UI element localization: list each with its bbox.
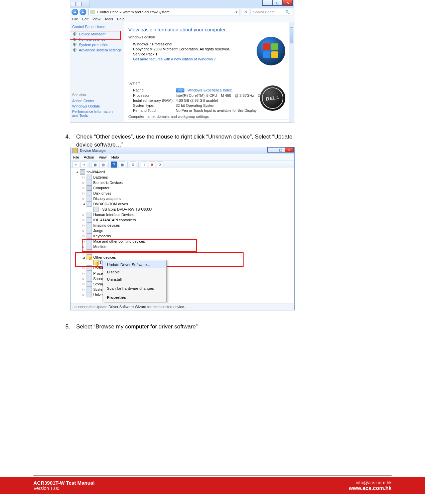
tree-item[interactable]: Mice and other pointing devices <box>93 239 145 243</box>
close-button[interactable]: ✕ <box>282 0 293 6</box>
disk-icon <box>87 191 92 196</box>
menu-action[interactable]: Action <box>84 155 94 159</box>
toolbar-update-icon[interactable]: ⬆ <box>141 161 147 168</box>
cp-icon <box>91 10 95 14</box>
ctx-scan-hardware[interactable]: Scan for hardware changes <box>103 285 166 292</box>
see-also-action-center[interactable]: Action Center <box>72 99 95 103</box>
sidebar-item-system-protection[interactable]: System protection <box>72 42 126 47</box>
menu-view[interactable]: View <box>99 155 107 159</box>
nav-forward-button[interactable]: ► <box>80 9 86 15</box>
tree-item[interactable]: Batteries <box>93 175 108 179</box>
status-text: Launches the Update Driver Software Wiza… <box>73 305 185 309</box>
section-system: System <box>128 81 289 86</box>
scrollbar-thumb[interactable] <box>290 27 293 43</box>
tree-item[interactable]: IDE ATA/ATAPI controllers <box>93 218 136 222</box>
see-also-performance[interactable]: Performance Information and Tools <box>72 109 119 117</box>
sidebar-item-remote-settings[interactable]: Remote settings <box>72 37 126 42</box>
system-info-pane: View basic information about your comput… <box>124 22 294 122</box>
toolbar-scan-icon[interactable]: ▦ <box>119 161 125 168</box>
menu-view[interactable]: View <box>93 17 101 21</box>
control-panel-home-link[interactable]: Control Panel Home <box>72 25 126 29</box>
sidebar-label: System protection <box>79 43 108 47</box>
ctx-properties[interactable]: Properties <box>103 294 166 301</box>
maximize-button[interactable]: ▢ <box>276 147 285 153</box>
breadcrumb-c[interactable]: System <box>157 10 170 14</box>
scrollbar[interactable] <box>289 22 294 122</box>
tree-item[interactable]: Biometric Devices <box>93 181 123 185</box>
processor-label: Processor: <box>133 93 176 97</box>
tree-item[interactable]: Keyboards <box>93 234 111 238</box>
dell-logo-icon: DELL <box>260 85 285 111</box>
tree-item[interactable]: Imaging devices <box>93 223 120 227</box>
ctx-update-driver[interactable]: Update Driver Software... <box>103 261 166 268</box>
maximize-button[interactable]: ▢ <box>272 0 283 6</box>
menu-file[interactable]: File <box>72 17 78 21</box>
footer-title: ACR3901T-W Test Manual <box>33 480 349 486</box>
toolbar-view-icon[interactable]: ▤ <box>100 161 106 168</box>
tree-item[interactable]: DVD/CD-ROM drives <box>93 202 128 206</box>
imaging-icon <box>87 223 92 228</box>
sidebar-item-device-manager[interactable]: Device Manager <box>72 31 126 37</box>
hid-icon <box>87 212 92 217</box>
ctx-uninstall[interactable]: Uninstall <box>103 276 166 283</box>
toolbar-help-icon[interactable]: ? <box>111 161 117 168</box>
page-footer: ACR3901T-W Test Manual Version 1.00 info… <box>0 475 425 494</box>
menu-bar: File Action View Help <box>70 154 294 161</box>
optical-icon <box>93 207 99 212</box>
footer-url: www.acs.com.hk <box>349 485 392 491</box>
sidebar-item-advanced-system-settings[interactable]: Advanced system settings <box>72 47 126 53</box>
toolbar-forward-icon[interactable]: ⇒ <box>81 161 87 168</box>
tree-item[interactable]: Computer <box>93 186 109 190</box>
tree-item[interactable]: Monitors <box>93 245 107 249</box>
battery-icon <box>87 175 92 180</box>
rating-label: Rating: <box>133 88 176 92</box>
systype-value: 32-bit Operating System <box>176 103 216 107</box>
tree-item[interactable]: Other devices <box>93 255 116 259</box>
toolbar-computer-icon[interactable]: 🖥 <box>130 161 136 168</box>
breadcrumb-a[interactable]: Control Panel <box>97 10 120 14</box>
toolbar-disable-icon[interactable]: ⟳ <box>157 161 163 168</box>
menu-file[interactable]: File <box>73 155 79 159</box>
ctx-disable[interactable]: Disable <box>103 268 166 276</box>
step-number: 4. <box>59 133 76 149</box>
windows-logo-icon <box>257 37 285 65</box>
menu-help[interactable]: Help <box>117 17 125 21</box>
toolbar-back-icon[interactable]: ⇐ <box>73 161 79 168</box>
ram-label: Installed memory (RAM): <box>133 98 176 102</box>
breadcrumb-b[interactable]: System and Security <box>122 10 155 14</box>
search-input[interactable]: Search Contr... 🔍 <box>251 9 292 15</box>
close-button[interactable]: ✕ <box>285 147 294 153</box>
breadcrumb[interactable]: Control Panel System and Security System… <box>88 9 240 15</box>
menu-bar: File Edit View Tools Help <box>70 16 294 22</box>
tree-item[interactable]: Display adapters <box>93 197 121 201</box>
search-placeholder: Search Contr... <box>253 10 276 14</box>
toolbar-uninstall-icon[interactable]: ✖ <box>149 161 155 168</box>
ide-icon <box>87 217 92 223</box>
wei-link[interactable]: Windows Experience Index <box>187 88 232 92</box>
tree-item[interactable]: Network adapters <box>93 250 122 254</box>
search-icon: 🔍 <box>285 10 290 14</box>
tree-item[interactable]: Disk drives <box>93 191 111 195</box>
menu-tools[interactable]: Tools <box>104 17 113 21</box>
processor-value: Intel(R) Core(TM) i5 CPU M 480 @ 2.67GHz… <box>176 93 273 97</box>
usb-icon <box>87 292 92 297</box>
tree-item[interactable]: Jungo <box>93 229 103 233</box>
refresh-button[interactable]: ↻ <box>242 9 249 15</box>
tree-item[interactable]: Human Interface Devices <box>93 213 135 217</box>
footer-rule <box>33 475 392 476</box>
tree-item[interactable]: TSSTcorp DVD+-RW TS-U633J <box>100 207 152 211</box>
pen-value: No Pen or Touch Input is available for t… <box>176 108 257 112</box>
menu-edit[interactable]: Edit <box>82 17 89 21</box>
toolbar-props-icon[interactable]: ▦ <box>92 161 98 168</box>
minimize-button[interactable]: ─ <box>262 0 273 6</box>
control-panel-system-window: ─ ▢ ✕ ◄ ► Control Panel System and Secur… <box>70 0 294 122</box>
menu-help[interactable]: Help <box>111 155 119 159</box>
nav-back-button[interactable]: ◄ <box>72 9 78 15</box>
minimize-button[interactable]: ─ <box>267 147 276 153</box>
tree-root[interactable]: nb-094-dell <box>87 170 105 174</box>
sidebar-label: Device Manager <box>79 32 106 36</box>
see-also-windows-update[interactable]: Windows Update <box>72 104 100 108</box>
page-title: View basic information about your comput… <box>128 27 289 32</box>
other-devices-icon <box>87 255 92 260</box>
monitor-icon <box>87 244 92 249</box>
